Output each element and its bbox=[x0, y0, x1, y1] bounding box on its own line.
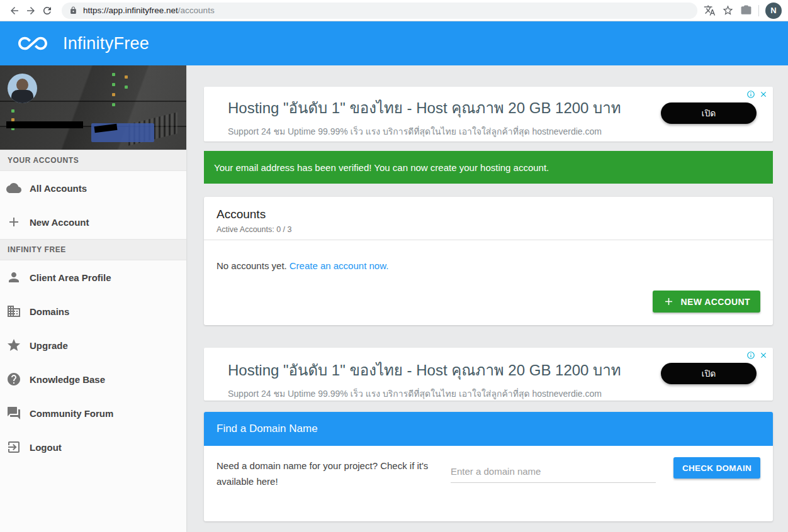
ad-banner-bottom[interactable]: Hosting "อันดับ 1" ของไทย - Host คุณภาพ … bbox=[204, 348, 773, 401]
sidebar-item-label: Client Area Profile bbox=[30, 272, 111, 283]
accounts-card: Accounts Active Accounts: 0 / 3 No accou… bbox=[204, 197, 773, 325]
server-led-lights bbox=[112, 73, 115, 76]
domain-finder-description: Need a domain name for your project? Che… bbox=[217, 458, 437, 490]
active-accounts-count: Active Accounts: 0 / 3 bbox=[217, 225, 760, 234]
ad-banner-top[interactable]: Hosting "อันดับ 1" ของไทย - Host คุณภาพ … bbox=[204, 87, 773, 141]
domain-finder-title: Find a Domain Name bbox=[217, 423, 318, 435]
browser-back-button[interactable] bbox=[6, 3, 23, 19]
accounts-empty-state: No accounts yet.Create an account now. bbox=[204, 240, 773, 271]
sidebar-item-label: All Accounts bbox=[30, 183, 87, 194]
sidebar-item-new-account[interactable]: New Account bbox=[0, 205, 186, 239]
ad-title[interactable]: Hosting "อันดับ 1" ของไทย - Host คุณภาพ … bbox=[228, 358, 647, 382]
empty-text: No accounts yet. bbox=[217, 260, 287, 271]
ad-info-icon[interactable] bbox=[746, 90, 755, 99]
url-host: https://app.infinityfree.net bbox=[83, 6, 178, 15]
adchoices-controls bbox=[746, 90, 768, 99]
forum-icon bbox=[6, 406, 21, 421]
sidebar-item-label: Logout bbox=[30, 442, 62, 453]
address-bar[interactable]: https://app.infinityfree.net/accounts bbox=[62, 3, 697, 19]
sidebar-item-domains[interactable]: Domains bbox=[0, 294, 186, 328]
check-domain-button[interactable]: CHECK DOMAIN bbox=[673, 457, 760, 479]
help-icon bbox=[6, 372, 21, 387]
sidebar-item-all-accounts[interactable]: All Accounts bbox=[0, 171, 186, 205]
brand-name: InfinityFree bbox=[63, 34, 149, 53]
avatar-head bbox=[16, 79, 28, 91]
chrome-divider bbox=[758, 5, 759, 16]
back-arrow-icon bbox=[9, 5, 20, 16]
ad-subtitle: Support 24 ชม Uptime 99.99% เร็ว แรง บริ… bbox=[228, 125, 647, 138]
sidebar-item-logout[interactable]: Logout bbox=[0, 430, 186, 464]
domain-name-input[interactable] bbox=[451, 462, 656, 483]
ad-subtitle: Support 24 ชม Uptime 99.99% เร็ว แรง บริ… bbox=[228, 387, 647, 401]
sidebar-item-label: Upgrade bbox=[30, 340, 68, 351]
ad-close-icon[interactable] bbox=[759, 90, 768, 99]
accounts-card-header: Accounts Active Accounts: 0 / 3 bbox=[204, 197, 773, 240]
new-account-button[interactable]: NEW ACCOUNT bbox=[653, 291, 760, 313]
sidebar-section-infinity-free: INFINITY FREE bbox=[0, 239, 186, 260]
reload-icon bbox=[42, 5, 53, 16]
screen: https://app.infinityfree.net/accounts N … bbox=[0, 0, 788, 532]
plus-icon bbox=[6, 214, 21, 230]
sidebar-item-community-forum[interactable]: Community Forum bbox=[0, 396, 186, 430]
accounts-title: Accounts bbox=[217, 208, 760, 221]
sidebar-item-client-area-profile[interactable]: Client Area Profile bbox=[0, 260, 186, 294]
browser-profile-avatar[interactable]: N bbox=[765, 3, 782, 19]
avatar-body bbox=[11, 90, 33, 103]
domain-finder-header: Find a Domain Name bbox=[204, 412, 773, 446]
lock-icon bbox=[69, 6, 77, 14]
domain-icon bbox=[6, 304, 21, 319]
ad-title[interactable]: Hosting "อันดับ 1" ของไทย - Host คุณภาพ … bbox=[228, 96, 647, 120]
sidebar-item-label: Community Forum bbox=[30, 408, 113, 419]
create-account-link[interactable]: Create an account now. bbox=[290, 260, 389, 271]
plus-icon bbox=[663, 296, 675, 308]
sidebar-item-label: Domains bbox=[30, 306, 69, 317]
domain-finder-card: Find a Domain Name Need a domain name fo… bbox=[204, 412, 773, 521]
sidebar-item-upgrade[interactable]: Upgrade bbox=[0, 328, 186, 362]
redacted-username bbox=[6, 121, 83, 128]
new-account-button-label: NEW ACCOUNT bbox=[681, 297, 750, 307]
logout-icon bbox=[6, 440, 21, 455]
ad-open-button[interactable]: เปิด bbox=[661, 103, 757, 124]
email-verified-alert: Your email address has been verified! Yo… bbox=[204, 151, 773, 184]
forward-arrow-icon bbox=[25, 5, 37, 16]
app-header: InfinityFree bbox=[0, 21, 788, 65]
user-avatar[interactable] bbox=[8, 74, 37, 103]
sidebar-item-label: New Account bbox=[30, 217, 89, 228]
alert-message: Your email address has been verified! Yo… bbox=[214, 162, 549, 173]
ad-open-button[interactable]: เปิด bbox=[661, 363, 757, 384]
browser-reload-button[interactable] bbox=[39, 3, 55, 19]
sidebar-item-label: Knowledge Base bbox=[30, 374, 105, 385]
domain-finder-body: Need a domain name for your project? Che… bbox=[204, 446, 773, 490]
sidebar-item-knowledge-base[interactable]: Knowledge Base bbox=[0, 362, 186, 396]
url-text: https://app.infinityfree.net/accounts bbox=[83, 6, 215, 15]
browser-actions: N bbox=[704, 3, 782, 19]
translate-icon[interactable] bbox=[704, 4, 716, 16]
ad-info-icon[interactable] bbox=[746, 351, 755, 360]
url-path: /accounts bbox=[178, 6, 215, 15]
person-icon bbox=[6, 270, 21, 285]
camera-icon[interactable] bbox=[740, 4, 752, 16]
cloud-icon bbox=[6, 180, 21, 196]
adchoices-controls bbox=[746, 351, 768, 360]
browser-forward-button[interactable] bbox=[23, 3, 39, 19]
main-content: Hosting "อันดับ 1" ของไทย - Host คุณภาพ … bbox=[186, 65, 788, 532]
infinityfree-logo-icon[interactable] bbox=[13, 29, 53, 58]
browser-chrome: https://app.infinityfree.net/accounts N bbox=[0, 0, 788, 21]
sidebar-profile-header bbox=[0, 65, 186, 150]
ad-close-icon[interactable] bbox=[759, 351, 768, 360]
star-icon bbox=[6, 338, 21, 353]
domain-input-wrap bbox=[451, 462, 656, 483]
sidebar: YOUR ACCOUNTS All Accounts New Account I… bbox=[0, 65, 186, 532]
sidebar-section-your-accounts: YOUR ACCOUNTS bbox=[0, 150, 186, 171]
bookmark-star-icon[interactable] bbox=[722, 4, 734, 16]
